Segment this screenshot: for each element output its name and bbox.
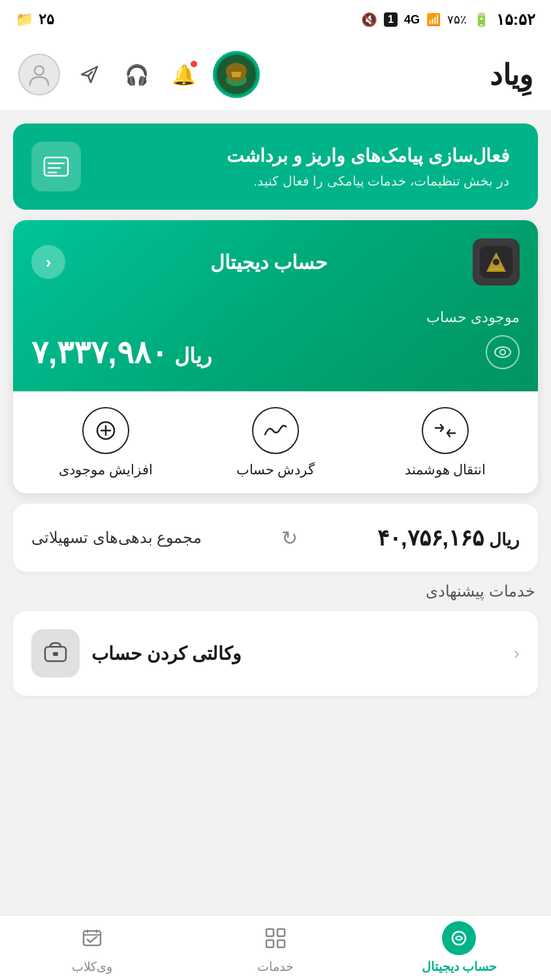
increase-balance-icon — [82, 407, 129, 454]
sim-icon: 1 — [384, 12, 398, 27]
svg-point-4 — [35, 66, 44, 75]
svg-rect-23 — [84, 931, 101, 945]
account-currency: ریال — [174, 344, 212, 368]
battery-percent: ۷۵٪ — [447, 12, 467, 27]
svg-rect-22 — [277, 940, 285, 947]
account-balance-row: ریال ۷,۳۳۷,۹۸۰ — [31, 334, 520, 370]
svg-point-11 — [495, 347, 511, 357]
vakalti-title: وکالتی کردن حساب — [91, 643, 242, 664]
status-bar: ۱۵:۵۲ 🔋 ۷۵٪ 📶 4G 1 🔇 ۲۵ 📁 — [0, 0, 551, 39]
svg-rect-17 — [53, 652, 58, 656]
account-title-wrap: حساب دیجیتال — [210, 251, 328, 274]
header: وِیاد 🔔 🎧 — [0, 39, 551, 110]
sms-banner-icon — [31, 142, 81, 191]
support-icon[interactable]: 🎧 — [119, 57, 154, 92]
status-right: ۲۵ 📁 — [16, 11, 54, 28]
svg-point-10 — [493, 259, 499, 265]
svg-rect-20 — [277, 929, 285, 936]
mute-icon: 🔇 — [361, 12, 377, 27]
account-back-btn[interactable]: ‹ — [31, 245, 65, 279]
svg-rect-19 — [266, 929, 274, 936]
account-amount: ۷,۳۳۷,۹۸۰ — [31, 334, 168, 370]
svg-point-18 — [452, 932, 465, 945]
account-card-header: حساب دیجیتال ‹ — [31, 238, 520, 286]
account-section: حساب دیجیتال ‹ موجودی حساب ریال ۷,۳۳۷,۹۸… — [13, 220, 538, 493]
loan-amount: ۴۰,۷۵۶,۱۶۵ — [377, 525, 484, 551]
loan-title: مجموع بدهی‌های تسهیلاتی — [31, 529, 202, 547]
digital-account-nav-icon — [442, 921, 476, 955]
folder-icon: 📁 — [16, 11, 33, 28]
sms-banner-subtitle: در بخش تنظیمات، خدمات پیامکی را فعال کنی… — [81, 173, 509, 189]
badge-count: ۲۵ — [39, 11, 54, 28]
smart-transfer-icon — [422, 407, 469, 454]
loan-amount-wrap: ریال ۴۰,۷۵۶,۱۶۵ — [377, 525, 520, 551]
account-balance-label: موجودی حساب — [31, 309, 520, 326]
notification-dot — [189, 59, 198, 69]
account-history-label: گردش حساب — [236, 462, 315, 478]
profile-avatar[interactable] — [18, 54, 60, 95]
loan-currency: ریال — [489, 530, 520, 550]
vakalti-icon — [31, 629, 80, 678]
action-account-history[interactable]: گردش حساب — [193, 407, 358, 478]
notification-icon-wrap[interactable]: 🔔 — [166, 57, 201, 92]
bottom-nav: حساب دیجیتال خدمات وی‌کلاب — [0, 915, 551, 980]
vakalti-chevron: ‹ — [514, 643, 520, 664]
loan-refresh-icon[interactable]: ↻ — [281, 527, 298, 549]
increase-balance-label: افزایش موجودی — [59, 462, 153, 478]
account-title: حساب دیجیتال — [210, 251, 328, 274]
bottom-nav-viclub[interactable]: وی‌کلاب — [0, 916, 183, 979]
header-brand: وِیاد — [490, 58, 533, 91]
actions-row: انتقال هوشمند گردش حساب — [13, 391, 538, 493]
vakalti-right: وکالتی کردن حساب — [31, 629, 514, 678]
digital-account-nav-label: حساب دیجیتال — [422, 959, 497, 974]
sms-banner-title: فعال‌سازی پیامک‌های واریز و برداشت — [81, 145, 509, 167]
services-nav-icon — [259, 921, 292, 955]
bottom-nav-digital-account[interactable]: حساب دیجیتال — [368, 916, 551, 979]
viclub-nav-label: وی‌کلاب — [72, 959, 112, 974]
vakalti-card[interactable]: ‹ وکالتی کردن حساب — [13, 611, 538, 696]
viclub-nav-icon — [75, 921, 109, 955]
account-bank-logo — [473, 238, 520, 286]
sms-banner-text: فعال‌سازی پیامک‌های واریز و برداشت در بخ… — [81, 145, 509, 189]
action-increase-balance[interactable]: افزایش موجودی — [24, 407, 188, 478]
svg-rect-21 — [266, 940, 274, 947]
sms-banner[interactable]: فعال‌سازی پیامک‌های واریز و برداشت در بخ… — [13, 123, 538, 210]
loan-card: ریال ۴۰,۷۵۶,۱۶۵ ↻ مجموع بدهی‌های تسهیلات… — [13, 504, 538, 572]
services-nav-label: خدمات — [257, 959, 294, 974]
time: ۱۵:۵۲ — [496, 10, 535, 29]
account-eye-btn[interactable] — [486, 335, 520, 369]
header-main-avatar[interactable] — [213, 51, 260, 98]
suggested-services-label: خدمات پیشنهادی — [13, 582, 538, 600]
main-content: فعال‌سازی پیامک‌های واریز و برداشت در بخ… — [0, 110, 551, 768]
account-card: حساب دیجیتال ‹ موجودی حساب ریال ۷,۳۳۷,۹۸… — [13, 220, 538, 391]
send-icon[interactable] — [72, 57, 107, 92]
bottom-nav-services[interactable]: خدمات — [183, 916, 367, 979]
battery-icon: 🔋 — [473, 12, 490, 27]
header-icons: 🔔 🎧 — [18, 51, 260, 98]
account-history-icon — [252, 407, 299, 454]
smart-transfer-label: انتقال هوشمند — [405, 462, 486, 478]
svg-point-3 — [238, 65, 243, 71]
svg-point-2 — [230, 65, 235, 71]
svg-point-12 — [500, 350, 505, 355]
account-balance: ریال ۷,۳۳۷,۹۸۰ — [31, 334, 212, 370]
status-left: ۱۵:۵۲ 🔋 ۷۵٪ 📶 4G 1 🔇 — [361, 10, 535, 29]
signal-icon: 📶 — [426, 12, 441, 27]
network-type: 4G — [404, 13, 420, 27]
avatar-game-icon — [217, 55, 256, 94]
action-smart-transfer[interactable]: انتقال هوشمند — [363, 407, 527, 478]
